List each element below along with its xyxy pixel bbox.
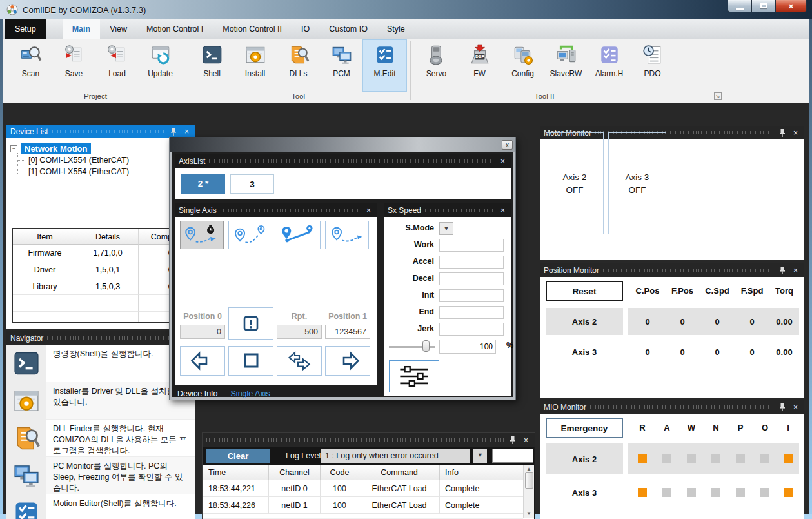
axis-list-panel: AxisList × 2 * 3 <box>175 154 511 199</box>
decel-input[interactable] <box>439 272 504 285</box>
close-icon[interactable]: × <box>791 128 800 137</box>
tab-single-axis[interactable]: Single Axis <box>231 389 270 400</box>
init-input[interactable] <box>439 289 504 302</box>
work-input[interactable] <box>439 239 504 252</box>
ribbon-item-dlls[interactable]: DLLs <box>277 40 320 91</box>
ribbon-item-config[interactable]: Config <box>501 40 544 91</box>
end-input[interactable] <box>439 306 504 319</box>
close-icon[interactable]: × <box>791 403 800 412</box>
ribbon-item-slaverw[interactable]: SlaveRW <box>544 40 588 91</box>
navigator-item-dll-finder[interactable]: DLL Finder를 실행합니다. 현재 COMIZOA의 DLL을 사용하는… <box>6 420 195 457</box>
column-header[interactable]: Channel <box>269 465 321 480</box>
pin-icon[interactable] <box>777 128 787 137</box>
ribbon-item-scan[interactable]: Scan <box>9 40 52 91</box>
tab-motion-control-1[interactable]: Motion Control I <box>137 19 213 39</box>
reset-button[interactable]: Reset <box>546 281 623 301</box>
close-icon[interactable]: × <box>521 436 531 445</box>
tree-expander-icon[interactable]: − <box>10 145 17 152</box>
dropdown-arrow-icon[interactable]: ▼ <box>473 449 487 463</box>
pin-icon[interactable] <box>777 266 787 275</box>
tree-root-node[interactable]: Network Motion <box>21 143 91 154</box>
move-right-button[interactable] <box>325 346 370 376</box>
stop-button[interactable] <box>228 346 273 376</box>
ribbon-item-save[interactable]: Save <box>52 40 95 91</box>
close-icon[interactable]: × <box>182 127 192 136</box>
scrollbar-thumb[interactable] <box>525 472 533 489</box>
position0-input[interactable] <box>180 325 225 339</box>
close-button[interactable]: × <box>776 0 807 12</box>
tab-device-info[interactable]: Device Info <box>177 389 218 400</box>
move-mode-position-button[interactable] <box>228 221 272 249</box>
navigator-item-motion-editor[interactable]: Motion Editor(Shell)를 실행합니다. <box>6 494 195 519</box>
tree-node-device-1[interactable]: [1] COMI-LX554 (EtherCAT) <box>10 166 193 178</box>
ribbon-item-shell[interactable]: Shell <box>190 40 233 91</box>
log-level-dropdown[interactable]: 1 : Log only when error occured <box>321 449 470 463</box>
jerk-input[interactable] <box>439 323 504 336</box>
close-icon[interactable]: × <box>498 157 508 166</box>
rpt-input[interactable] <box>277 325 322 339</box>
move-mode-line-button[interactable] <box>277 221 321 249</box>
ribbon-item-pcm[interactable]: PCM <box>320 40 363 91</box>
position-row-axis3-label[interactable]: Axis 3 <box>546 340 623 363</box>
move-mode-velocity-button[interactable] <box>180 221 224 249</box>
clear-button[interactable]: Clear <box>206 449 270 463</box>
log-row: 18:53:44,221 netID 0 100 EtherCAT Load C… <box>203 480 534 497</box>
minimize-button[interactable] <box>728 0 752 12</box>
dialog-launcher-icon[interactable]: ↘ <box>714 92 722 100</box>
position-row-axis2-label[interactable]: Axis 2 <box>546 308 623 335</box>
tab-io[interactable]: IO <box>292 19 319 39</box>
pin-icon[interactable] <box>508 436 517 445</box>
accel-input[interactable] <box>439 256 504 269</box>
alert-button[interactable] <box>228 307 273 340</box>
close-icon[interactable]: × <box>791 266 800 275</box>
close-icon[interactable]: × <box>364 206 373 215</box>
tab-setup[interactable]: Setup <box>5 19 46 39</box>
vertical-scrollbar[interactable]: ▲ ▼ <box>523 465 534 518</box>
ribbon-item-install[interactable]: Install <box>233 40 277 91</box>
ribbon-item-fw[interactable]: FW <box>458 40 501 91</box>
log-filter-input[interactable] <box>492 449 533 463</box>
ribbon-item-alarmh[interactable]: Alarm.H <box>588 40 631 91</box>
emergency-button[interactable]: Emergency <box>546 418 623 438</box>
column-header[interactable]: Code <box>321 465 359 480</box>
column-header[interactable]: Command <box>359 465 440 480</box>
move-mode-relative-button[interactable] <box>325 221 369 249</box>
axis-tab-3[interactable]: 3 <box>230 174 274 194</box>
tab-main[interactable]: Main <box>63 19 100 39</box>
column-header[interactable]: Info <box>440 465 524 480</box>
axis-tab-2[interactable]: 2 * <box>181 174 225 194</box>
motor-status-axis2[interactable]: Axis 2 OFF <box>546 132 604 234</box>
tab-view[interactable]: View <box>100 19 137 39</box>
mio-row-axis2-label[interactable]: Axis 2 <box>546 443 623 474</box>
navigator-item-installer[interactable]: Installer를 Driver 및 DLL을 설치할 수 있습니다. <box>6 382 195 420</box>
tab-custom-io[interactable]: Custom IO <box>319 19 377 39</box>
ribbon-item-load[interactable]: Load <box>95 40 139 91</box>
column-header[interactable]: Time <box>203 465 269 480</box>
smode-dropdown[interactable]: ▼ <box>439 222 453 235</box>
tree-node-device-0[interactable]: [0] COMI-LX554 (EtherCAT) <box>10 154 193 166</box>
pin-icon[interactable] <box>777 403 787 412</box>
move-repeat-button[interactable] <box>277 346 322 376</box>
navigator-item-pc-monitor[interactable]: PC Monitor를 실행합니다. PC의 Sleep, Freezing 여… <box>6 457 195 494</box>
tab-style[interactable]: Style <box>377 19 415 39</box>
tab-motion-control-2[interactable]: Motion Control II <box>213 19 292 39</box>
speed-settings-button[interactable] <box>389 360 439 392</box>
speed-slider-thumb[interactable] <box>422 340 430 352</box>
navigator-item-shell[interactable]: 명령창(Shell)을 실행합니다. <box>6 345 195 382</box>
percent-input[interactable] <box>439 340 496 354</box>
mio-row-axis3-label[interactable]: Axis 3 <box>546 480 623 505</box>
ribbon-item-update[interactable]: Update <box>139 40 182 91</box>
ribbon-item-pdo[interactable]: PDO <box>631 40 674 91</box>
close-icon[interactable]: × <box>498 206 508 215</box>
log-toolbar: Clear Log Level 1 : Log only when error … <box>203 447 534 465</box>
maximize-button[interactable] <box>752 0 776 12</box>
pin-icon[interactable] <box>168 127 178 136</box>
ribbon-item-servo[interactable]: Servo <box>415 40 458 91</box>
position1-input[interactable] <box>325 325 370 339</box>
float-window-titlebar[interactable]: x <box>170 137 515 152</box>
move-left-button[interactable] <box>180 346 225 376</box>
scroll-down-icon[interactable]: ▼ <box>524 509 533 518</box>
motor-status-axis3[interactable]: Axis 3 OFF <box>608 132 666 234</box>
close-button[interactable]: x <box>502 140 513 150</box>
ribbon-item-medit[interactable]: M.Edit <box>363 40 406 91</box>
